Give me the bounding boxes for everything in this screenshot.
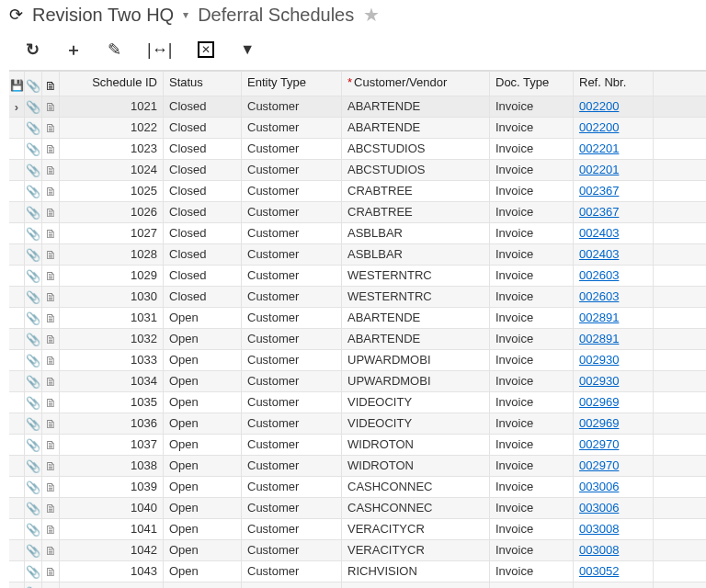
ref-link[interactable]: 002200	[579, 99, 619, 113]
attachment-icon[interactable]: 📎	[25, 181, 42, 201]
attachment-icon[interactable]: 📎	[25, 329, 42, 349]
attachment-icon[interactable]: 📎	[25, 435, 42, 455]
header-save-icon[interactable]: 💾	[9, 72, 25, 96]
attachment-icon[interactable]: 📎	[25, 308, 42, 328]
notes-icon[interactable]: 🗎	[42, 435, 60, 455]
attachment-icon[interactable]: 📎	[25, 118, 42, 138]
ref-link[interactable]: 003006	[579, 480, 619, 493]
attachment-icon[interactable]: 📎	[25, 413, 42, 434]
fit-columns-button[interactable]: |↔|	[147, 40, 172, 60]
attachment-icon[interactable]: 📎	[25, 519, 42, 539]
export-button[interactable]: ✕	[198, 41, 214, 58]
ref-link[interactable]: 002930	[579, 353, 619, 367]
favorite-star-icon[interactable]: ★	[363, 4, 380, 26]
notes-icon[interactable]: 🗎	[42, 287, 60, 307]
notes-icon[interactable]: 🗎	[42, 160, 60, 180]
notes-icon[interactable]: 🗎	[42, 223, 60, 243]
ref-link[interactable]: 002603	[579, 289, 619, 303]
attachment-icon[interactable]: 📎	[25, 139, 42, 159]
table-row[interactable]: 📎🗎1040OpenCustomerCASHCONNECInvoice00300…	[9, 498, 706, 519]
table-row[interactable]: 📎🗎1022ClosedCustomerABARTENDEInvoice0022…	[9, 118, 706, 139]
table-row[interactable]: 📎🗎1035OpenCustomerVIDEOCITYInvoice002969	[9, 392, 706, 413]
edit-button[interactable]: ✎	[108, 40, 121, 60]
ref-link[interactable]: 002930	[579, 374, 619, 388]
table-row[interactable]: 📎🗎1025ClosedCustomerCRABTREEInvoice00236…	[9, 181, 706, 202]
chevron-down-icon[interactable]: ▾	[183, 8, 188, 21]
ref-link[interactable]: 002367	[579, 184, 619, 198]
ref-link[interactable]: 003006	[579, 501, 619, 514]
attachment-icon[interactable]: 📎	[25, 202, 42, 222]
page-refresh-icon[interactable]: ⟳	[9, 5, 23, 25]
ref-link[interactable]: 002970	[579, 458, 619, 472]
table-row[interactable]: 📎🗎1041OpenCustomerVERACITYCRInvoice00300…	[9, 519, 706, 540]
notes-icon[interactable]: 🗎	[42, 371, 60, 391]
attachment-icon[interactable]: 📎	[25, 244, 42, 265]
notes-icon[interactable]: 🗎	[42, 413, 60, 434]
table-row[interactable]: 📎🗎1026ClosedCustomerCRABTREEInvoice00236…	[9, 202, 706, 223]
ref-link[interactable]: 002969	[579, 395, 619, 409]
notes-icon[interactable]: 🗎	[42, 139, 60, 159]
attachment-icon[interactable]: 📎	[25, 350, 42, 370]
notes-icon[interactable]: 🗎	[42, 498, 60, 518]
ref-link[interactable]: 002367	[579, 205, 619, 219]
table-row[interactable]: 📎🗎1039OpenCustomerCASHCONNECInvoice00300…	[9, 477, 706, 498]
ref-link[interactable]: 002969	[579, 416, 619, 430]
ref-link[interactable]: 002970	[579, 437, 619, 451]
attachment-icon[interactable]: 📎	[25, 540, 42, 560]
ref-link[interactable]: 003008	[579, 543, 619, 557]
ref-link[interactable]: 002403	[579, 226, 619, 240]
ref-link[interactable]: 003008	[579, 522, 619, 536]
table-row[interactable]: 📎🗎1031OpenCustomerABARTENDEInvoice002891	[9, 308, 706, 329]
table-row[interactable]: 📎🗎1028ClosedCustomerASBLBARInvoice002403	[9, 244, 706, 266]
notes-icon[interactable]: 🗎	[42, 519, 60, 539]
table-row[interactable]: 📎🗎1042OpenCustomerVERACITYCRInvoice00300…	[9, 540, 706, 561]
attachment-icon[interactable]: 📎	[25, 160, 42, 180]
notes-icon[interactable]: 🗎	[42, 308, 60, 328]
ref-link[interactable]: 002603	[579, 268, 619, 282]
table-row[interactable]: 📎🗎1038OpenCustomerWIDROTONInvoice002970	[9, 456, 706, 477]
table-row[interactable]: 📎🗎1030ClosedCustomerWESTERNTRCInvoice002…	[9, 287, 706, 308]
notes-icon[interactable]: 🗎	[42, 350, 60, 370]
attachment-icon[interactable]: 📎	[25, 287, 42, 307]
attachment-icon[interactable]: 📎	[25, 561, 42, 582]
add-button[interactable]: ＋	[65, 39, 82, 61]
table-row[interactable]: 📎🗎1033OpenCustomerUPWARDMOBIInvoice00293…	[9, 350, 706, 371]
ref-link[interactable]: 002891	[579, 332, 619, 345]
header-ref-nbr[interactable]: Ref. Nbr.	[574, 72, 654, 96]
header-doc-type[interactable]: Doc. Type	[490, 72, 574, 96]
notes-icon[interactable]: 🗎	[42, 582, 60, 588]
attachment-icon[interactable]: 📎	[25, 96, 42, 117]
notes-icon[interactable]: 🗎	[42, 181, 60, 201]
header-notes-icon[interactable]: 🗎	[42, 72, 60, 96]
table-row[interactable]: 📎🗎1023ClosedCustomerABCSTUDIOSInvoice002…	[9, 139, 706, 160]
attachment-icon[interactable]: 📎	[25, 266, 42, 286]
table-row[interactable]: 📎🗎1029ClosedCustomerWESTERNTRCInvoice002…	[9, 266, 706, 287]
notes-icon[interactable]: 🗎	[42, 561, 60, 582]
filter-button[interactable]: ▼	[240, 41, 255, 58]
header-schedule-id[interactable]: Schedule ID	[60, 72, 164, 96]
table-row[interactable]: 📎🗎1043OpenCustomerRICHVISIONInvoice00305…	[9, 561, 706, 582]
company-selector[interactable]: Revision Two HQ	[32, 5, 174, 26]
table-row[interactable]: 📎🗎1034OpenCustomerUPWARDMOBIInvoice00293…	[9, 371, 706, 392]
header-attachment-icon[interactable]: 📎	[25, 72, 42, 96]
attachment-icon[interactable]: 📎	[25, 371, 42, 391]
ref-link[interactable]: 002891	[579, 311, 619, 324]
notes-icon[interactable]: 🗎	[42, 477, 60, 497]
ref-link[interactable]: 002201	[579, 141, 619, 155]
ref-link[interactable]: 002201	[579, 163, 619, 176]
table-row[interactable]: 📎🗎1044OpenCustomerRICHVISIONInvoice00305…	[9, 582, 706, 588]
table-row[interactable]: 📎🗎1032OpenCustomerABARTENDEInvoice002891	[9, 329, 706, 350]
notes-icon[interactable]: 🗎	[42, 96, 60, 117]
table-row[interactable]: 📎🗎1027ClosedCustomerASBLBARInvoice002403	[9, 223, 706, 244]
table-row[interactable]: 📎🗎1024ClosedCustomerABCSTUDIOSInvoice002…	[9, 160, 706, 181]
table-row[interactable]: 📎🗎1036OpenCustomerVIDEOCITYInvoice002969	[9, 413, 706, 435]
header-status[interactable]: Status	[164, 72, 242, 96]
attachment-icon[interactable]: 📎	[25, 392, 42, 413]
attachment-icon[interactable]: 📎	[25, 498, 42, 518]
notes-icon[interactable]: 🗎	[42, 244, 60, 265]
attachment-icon[interactable]: 📎	[25, 582, 42, 588]
notes-icon[interactable]: 🗎	[42, 118, 60, 138]
attachment-icon[interactable]: 📎	[25, 477, 42, 497]
notes-icon[interactable]: 🗎	[42, 329, 60, 349]
notes-icon[interactable]: 🗎	[42, 202, 60, 222]
